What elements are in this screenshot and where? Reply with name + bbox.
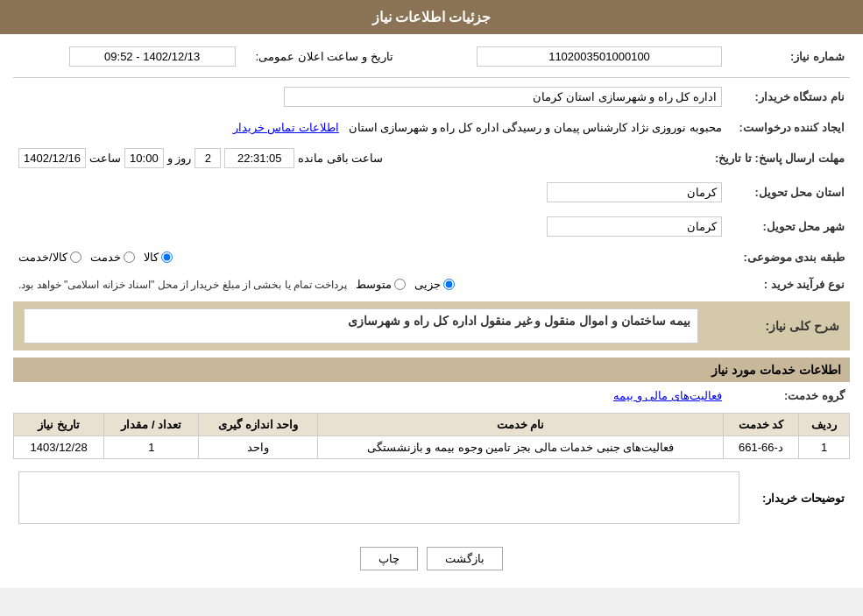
col-service-name: نام خدمت	[318, 414, 723, 436]
cell-service-code: د-66-661	[723, 436, 798, 459]
category-kala-radio[interactable]	[161, 251, 173, 263]
buyer-org-value: اداره کل راه و شهرسازی استان کرمان	[284, 87, 722, 107]
bottom-buttons: بازگشت چاپ	[13, 535, 850, 579]
category-service-radio[interactable]	[124, 251, 135, 263]
province-value: کرمان	[547, 182, 722, 202]
category-service: خدمت	[90, 251, 135, 264]
category-label: طبقه بندی موضوعی:	[727, 247, 850, 267]
category-kala-service-radio[interactable]	[70, 251, 81, 263]
creator-label: ایجاد کننده درخواست:	[727, 117, 850, 138]
col-unit: واحد اندازه گیری	[199, 414, 318, 436]
need-desc-section: شرح کلی نیاز: بیمه ساختمان و اموال منقول…	[13, 301, 850, 350]
page-title: جزئیات اطلاعات نیاز	[0, 0, 863, 34]
category-kala-service: کالا/خدمت	[18, 251, 81, 264]
buyer-org-label: نام دستگاه خریدار:	[727, 83, 850, 110]
purchase-type-label: نوع فرآیند خرید :	[727, 274, 850, 294]
col-row-num: ردیف	[799, 414, 850, 436]
cell-row-num: 1	[799, 436, 850, 459]
services-info-title: اطلاعات خدمات مورد نیاز	[13, 358, 850, 382]
deadline-time: 10:00	[124, 148, 164, 168]
services-table: ردیف کد خدمت نام خدمت واحد اندازه گیری ت…	[13, 413, 850, 459]
category-kala-label: کالا	[144, 251, 159, 264]
deadline-date: 1402/12/16	[18, 148, 86, 168]
contact-link[interactable]: اطلاعات تماس خریدار	[233, 121, 339, 134]
col-need-date: تاریخ نیاز	[14, 414, 104, 436]
col-quantity: تعداد / مقدار	[104, 414, 199, 436]
purchase-type-medium-label: متوسط	[356, 278, 392, 291]
buyer-notes-area[interactable]	[18, 471, 739, 524]
col-service-code: کد خدمت	[723, 414, 798, 436]
need-desc-value: بیمه ساختمان و اموال منقول و غیر منقول ا…	[24, 308, 698, 343]
creator-value: محبوبه نوروزی نژاد کارشناس پیمان و رسیدگ…	[349, 121, 722, 134]
city-label: شهر محل تحویل:	[727, 213, 850, 240]
purchase-type-description: پرداخت تمام یا بخشی از مبلغ خریدار از مح…	[18, 279, 347, 291]
service-group-value[interactable]: فعالیت‌های مالی و بیمه	[613, 389, 722, 402]
purchase-type-small-radio[interactable]	[443, 279, 455, 290]
table-row: 1 د-66-661 فعالیت‌های جنبی خدمات مالی بج…	[14, 436, 850, 459]
back-button[interactable]: بازگشت	[427, 547, 503, 570]
need-number-label: شماره نیاز:	[727, 43, 850, 70]
service-group-label: گروه خدمت:	[727, 386, 850, 406]
purchase-type-medium-radio[interactable]	[394, 279, 406, 290]
deadline-time-label: ساعت	[89, 152, 121, 165]
deadline-label: مهلت ارسال پاسخ: تا تاریخ:	[710, 145, 850, 172]
cell-service-name: فعالیت‌های جنبی خدمات مالی بجز تامین وجو…	[318, 436, 723, 459]
cell-quantity: 1	[104, 436, 199, 459]
announcement-date-value: 1402/12/13 - 09:52	[69, 46, 236, 67]
need-number-value: 1102003501000100	[477, 46, 722, 67]
purchase-type-small: جزیی	[414, 278, 455, 291]
deadline-remaining: 22:31:05	[224, 148, 294, 168]
announcement-date-label: تاریخ و ساعت اعلان عمومی:	[256, 50, 393, 63]
cell-need-date: 1403/12/28	[14, 436, 104, 459]
category-kala-service-label: کالا/خدمت	[18, 251, 67, 264]
purchase-type-medium: متوسط	[356, 278, 406, 291]
deadline-days-label: روز و	[167, 152, 192, 165]
buyer-notes-label: توضیحات خریدار:	[745, 468, 850, 527]
need-desc-label: شرح کلی نیاز:	[700, 308, 839, 343]
province-label: استان محل تحویل:	[727, 179, 850, 206]
category-service-label: خدمت	[90, 251, 121, 264]
print-button[interactable]: چاپ	[360, 547, 418, 570]
purchase-type-small-label: جزیی	[414, 278, 441, 291]
cell-unit: واحد	[199, 436, 318, 459]
city-value: کرمان	[547, 216, 722, 237]
deadline-days: 2	[195, 148, 221, 168]
category-kala: کالا	[144, 251, 173, 264]
deadline-remaining-label: ساعت باقی مانده	[298, 152, 383, 165]
